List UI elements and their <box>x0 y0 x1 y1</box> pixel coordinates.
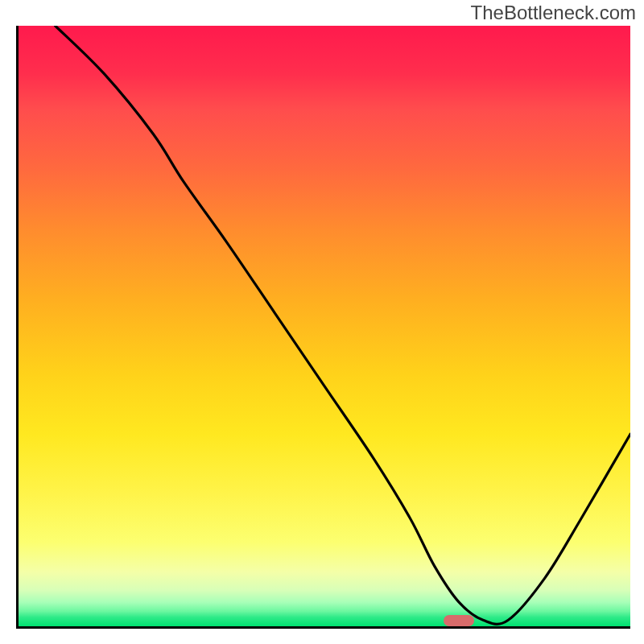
watermark-text: TheBottleneck.com <box>471 2 636 24</box>
plot-area <box>16 26 630 629</box>
chart-container: TheBottleneck.com <box>0 0 644 644</box>
bottleneck-curve <box>19 26 630 626</box>
optimal-marker <box>444 615 474 626</box>
